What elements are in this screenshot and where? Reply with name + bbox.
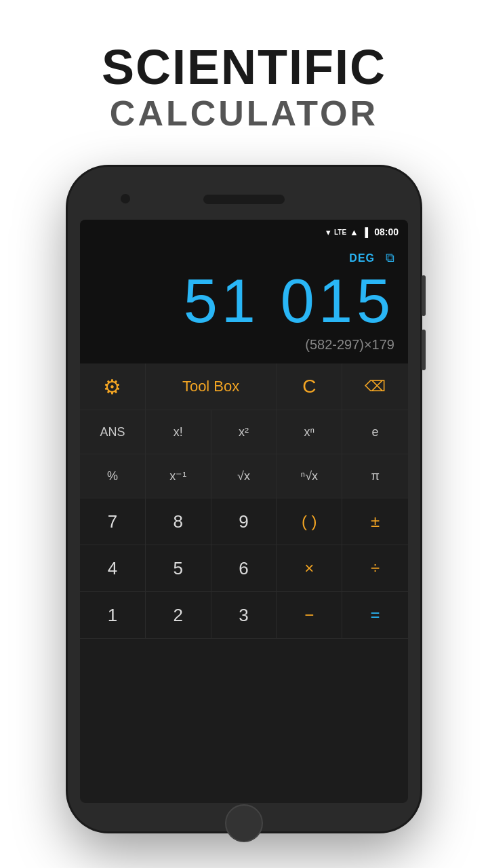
display-top-row: DEG ⧉ [94,251,394,265]
sci-row-2: % x⁻¹ √x ⁿ√x π [80,454,408,498]
status-icons: ▾ LTE ▲ ▐ 08:00 [326,226,399,237]
sqrt-label: √x [237,469,250,484]
btn-8[interactable]: 8 [146,498,211,545]
deg-label[interactable]: DEG [349,252,375,264]
app-header: SCIENTIFIC CALCULATOR [102,41,386,133]
btn-parens[interactable]: ( ) [277,498,342,545]
home-button[interactable] [225,804,263,842]
square-label: x² [239,425,249,439]
label-2: 2 [173,605,182,626]
ans-button[interactable]: ANS [80,410,146,454]
signal-icon: ▲ [350,227,359,237]
power-button[interactable]: xⁿ [277,410,342,454]
pi-label: π [371,469,379,484]
copy-icon[interactable]: ⧉ [386,251,394,265]
factorial-label: x! [174,425,183,439]
label-8: 8 [173,511,182,532]
btn-divide[interactable]: ÷ [342,545,408,591]
inverse-button[interactable]: x⁻¹ [146,454,211,498]
sqrt-button[interactable]: √x [211,454,277,498]
clear-label: C [302,376,316,397]
num-row-3: 1 2 3 − = [80,592,408,639]
calc-keyboard: ⚙ Tool Box C ⌫ ANS x! x² xⁿ e [80,363,408,639]
phone-camera [121,194,130,203]
status-bar: ▾ LTE ▲ ▐ 08:00 [80,220,408,244]
gear-icon: ⚙ [103,375,121,399]
label-7: 7 [108,511,117,532]
status-time: 08:00 [374,226,399,237]
ans-label: ANS [100,425,125,439]
main-result: 51 015 [94,271,394,332]
toolbox-button[interactable]: Tool Box [146,363,277,410]
backspace-icon: ⌫ [365,378,386,395]
volume-up-button[interactable] [422,275,426,316]
calc-display: DEG ⧉ 51 015 (582-297)×179 [80,244,408,363]
label-multiply: × [304,559,314,578]
wifi-icon: ▾ [326,227,331,237]
euler-label: e [372,425,379,439]
pi-button[interactable]: π [342,454,408,498]
btn-4[interactable]: 4 [80,545,146,591]
btn-plusminus[interactable]: ± [342,498,408,545]
label-6: 6 [239,558,248,579]
nroot-button[interactable]: ⁿ√x [277,454,342,498]
label-4: 4 [108,558,117,579]
nroot-label: ⁿ√x [301,469,318,484]
label-equals: = [371,606,380,625]
lte-icon: LTE [334,229,346,236]
btn-minus[interactable]: − [277,592,342,638]
label-5: 5 [173,558,182,579]
sci-row-1: ANS x! x² xⁿ e [80,410,408,454]
btn-9[interactable]: 9 [211,498,277,545]
percent-button[interactable]: % [80,454,146,498]
label-parens: ( ) [302,512,317,531]
label-plusminus: ± [371,512,380,531]
power-label: xⁿ [304,425,315,439]
phone-bottom-bezel [80,803,408,844]
num-row-1: 7 8 9 ( ) ± [80,498,408,545]
percent-label: % [107,469,118,484]
btn-6[interactable]: 6 [211,545,277,591]
btn-equals[interactable]: = [342,592,408,638]
btn-2[interactable]: 2 [146,592,211,638]
label-9: 9 [239,511,248,532]
toolbar-row: ⚙ Tool Box C ⌫ [80,363,408,410]
phone-screen: ▾ LTE ▲ ▐ 08:00 DEG ⧉ 51 015 (582-297)×1… [80,220,408,803]
factorial-button[interactable]: x! [146,410,211,454]
btn-5[interactable]: 5 [146,545,211,591]
settings-button[interactable]: ⚙ [80,363,146,410]
volume-down-button[interactable] [422,330,426,370]
header-line1: SCIENTIFIC [102,41,386,94]
clear-button[interactable]: C [277,363,342,410]
label-divide: ÷ [371,559,380,578]
backspace-button[interactable]: ⌫ [342,363,408,410]
btn-1[interactable]: 1 [80,592,146,638]
label-minus: − [304,606,314,625]
toolbox-label: Tool Box [182,378,239,395]
expression-display: (582-297)×179 [94,337,394,353]
btn-3[interactable]: 3 [211,592,277,638]
square-button[interactable]: x² [211,410,277,454]
phone-top-bezel [80,179,408,220]
phone-frame: ▾ LTE ▲ ▐ 08:00 DEG ⧉ 51 015 (582-297)×1… [68,167,420,831]
label-1: 1 [108,605,117,626]
btn-multiply[interactable]: × [277,545,342,591]
btn-7[interactable]: 7 [80,498,146,545]
num-row-2: 4 5 6 × ÷ [80,545,408,592]
battery-icon: ▐ [362,227,368,237]
euler-button[interactable]: e [342,410,408,454]
phone-speaker [203,195,285,204]
header-line2: CALCULATOR [102,94,386,133]
label-3: 3 [239,605,248,626]
inverse-label: x⁻¹ [169,469,186,484]
